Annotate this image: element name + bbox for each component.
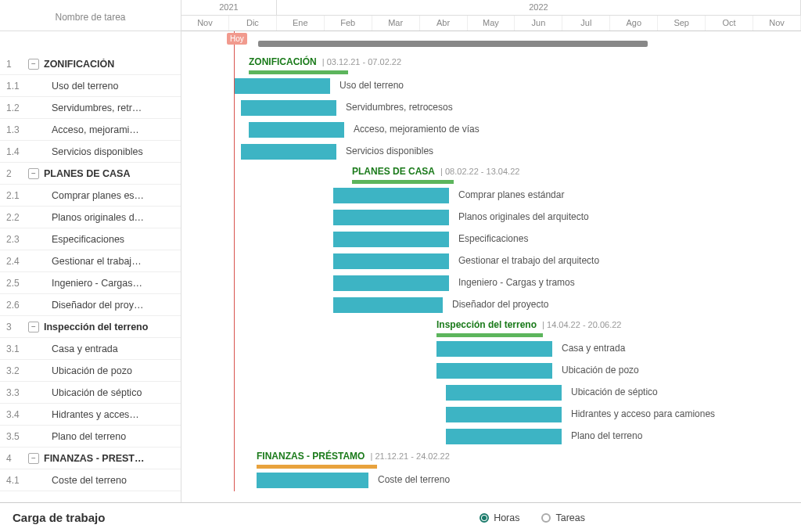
radio-icon	[480, 513, 489, 523]
task-name-label: Ubicación de pozo	[28, 365, 181, 376]
task-bar[interactable]	[235, 78, 330, 94]
summary-bar[interactable]	[352, 180, 454, 184]
task-row[interactable]: 1.3Acceso, mejorami…	[0, 119, 181, 141]
task-number: 2.1	[6, 190, 28, 201]
task-bar[interactable]	[333, 275, 449, 291]
task-bar[interactable]	[446, 385, 562, 401]
task-row[interactable]: 3.3Ubicación de séptico	[0, 382, 181, 404]
overall-progress-bar[interactable]	[258, 41, 648, 47]
task-row[interactable]: 2.6Diseñador del proy…	[0, 294, 181, 316]
month-cell: Feb	[325, 16, 372, 31]
gantt-row: Gestionar el trabajo del arquitecto	[181, 250, 801, 272]
task-row[interactable]: 2.2Planos originales d…	[0, 207, 181, 228]
collapse-icon[interactable]: −	[28, 168, 39, 179]
month-cell: Abr	[420, 16, 468, 31]
task-bar-label: Planos originales del arquitecto	[458, 211, 589, 222]
task-row[interactable]: 2.3Especificaciones	[0, 228, 181, 250]
task-bar-label: Ingeniero - Cargas y tramos	[458, 277, 575, 288]
task-number: 2.6	[6, 300, 28, 311]
summary-label: FINANZAS - PRÉSTAMO | 21.12.21 - 24.02.2…	[257, 451, 450, 462]
gantt-panel[interactable]: 20212022 NovDicEneFebMarAbrMayJunJulAgoS…	[181, 0, 801, 502]
task-number: 2.2	[6, 212, 28, 223]
month-cell: Ago	[610, 16, 658, 31]
task-bar[interactable]	[333, 210, 449, 225]
collapse-icon[interactable]: −	[28, 453, 39, 464]
task-bar-label: Diseñador del proyecto	[452, 299, 548, 310]
gantt-row: Plano del terreno	[181, 426, 801, 448]
task-bar[interactable]	[446, 407, 562, 422]
gantt-row: Comprar planes estándar	[181, 185, 801, 207]
task-bar[interactable]	[249, 122, 344, 138]
task-row[interactable]: 4.1Coste del terreno	[0, 469, 181, 491]
gantt-row: PLANES DE CASA | 08.02.22 - 13.04.22	[181, 163, 801, 185]
column-header-task-name: Nombre de tarea	[0, 9, 181, 23]
month-cell: Dic	[229, 16, 277, 31]
summary-dates: | 21.12.21 - 24.02.22	[368, 451, 449, 461]
task-bar-label: Especificaciones	[458, 233, 528, 244]
task-bar[interactable]	[333, 188, 449, 203]
task-row[interactable]: 2−PLANES DE CASA	[0, 163, 181, 185]
task-bar-label: Casa y entrada	[562, 343, 625, 354]
task-number: 3.3	[6, 387, 28, 398]
gantt-row: Diseñador del proyecto	[181, 294, 801, 316]
task-name-label: Servidumbres, retr…	[28, 102, 181, 113]
radio-option[interactable]: Horas	[480, 512, 519, 523]
collapse-icon[interactable]: −	[28, 59, 39, 70]
summary-dates: | 14.04.22 - 20.06.22	[540, 320, 621, 329]
task-number: 2.4	[6, 256, 28, 267]
task-row[interactable]: 2.5Ingeniero - Cargas…	[0, 272, 181, 294]
summary-title: Inspección del terreno	[436, 319, 537, 330]
task-number: 3.5	[6, 431, 28, 442]
task-number: 2	[6, 168, 28, 179]
task-row[interactable]: 2.1Comprar planes es…	[0, 185, 181, 207]
summary-bar[interactable]	[257, 465, 377, 469]
task-bar-label: Comprar planes estándar	[458, 189, 564, 200]
task-bar[interactable]	[241, 100, 336, 116]
task-number: 3.2	[6, 365, 28, 376]
task-number: 3.4	[6, 409, 28, 420]
gantt-row: FINANZAS - PRÉSTAMO | 21.12.21 - 24.02.2…	[181, 448, 801, 469]
task-bar[interactable]	[436, 363, 552, 379]
task-bar[interactable]	[333, 232, 449, 247]
summary-dates: | 08.02.22 - 13.04.22	[438, 167, 519, 176]
today-line	[234, 31, 235, 491]
month-cell: Ene	[277, 16, 325, 31]
task-row[interactable]: 3−Inspección del terreno	[0, 316, 181, 338]
task-bar[interactable]	[436, 341, 552, 357]
task-bar[interactable]	[333, 253, 449, 269]
task-bar[interactable]	[257, 473, 368, 488]
radio-label: Horas	[494, 512, 519, 523]
task-row[interactable]: 1.2Servidumbres, retr…	[0, 97, 181, 119]
task-number: 1	[6, 59, 28, 70]
task-bar[interactable]	[241, 144, 336, 160]
task-row[interactable]: 3.5Plano del terreno	[0, 426, 181, 448]
radio-label: Tareas	[555, 512, 585, 523]
task-number: 1.3	[6, 124, 28, 135]
year-cell: 2021	[181, 0, 277, 15]
task-number: 3	[6, 322, 28, 332]
task-row[interactable]: 1−ZONIFICACIÓN	[0, 53, 181, 75]
task-name-label: Diseñador del proy…	[28, 300, 181, 311]
summary-bar[interactable]	[249, 70, 348, 74]
task-row[interactable]: 2.4Gestionar el trabaj…	[0, 250, 181, 272]
task-bar[interactable]	[333, 297, 443, 313]
gantt-row: Coste del terreno	[181, 469, 801, 491]
task-row[interactable]: 3.1Casa y entrada	[0, 338, 181, 360]
radio-option[interactable]: Tareas	[541, 512, 585, 523]
collapse-icon[interactable]: −	[28, 322, 39, 332]
task-bar-label: Plano del terreno	[571, 430, 642, 441]
task-bar[interactable]	[446, 429, 562, 444]
task-row[interactable]: 1.1Uso del terreno	[0, 75, 181, 97]
task-row[interactable]: 3.2Ubicación de pozo	[0, 360, 181, 382]
summary-bar[interactable]	[436, 333, 543, 337]
footer-title: Carga de trabajo	[13, 511, 105, 524]
summary-label: ZONIFICACIÓN | 03.12.21 - 07.02.22	[249, 56, 401, 67]
task-name-label: Hidrantes y acces…	[28, 409, 181, 420]
task-row[interactable]: 3.4Hidrantes y acces…	[0, 404, 181, 426]
footer: Carga de trabajo HorasTareas	[0, 502, 801, 532]
summary-label: PLANES DE CASA | 08.02.22 - 13.04.22	[352, 166, 519, 177]
gantt-row: Ubicación de pozo	[181, 360, 801, 382]
task-row[interactable]: 4−FINANZAS - PREST…	[0, 448, 181, 469]
task-row[interactable]: 1.4Servicios disponibles	[0, 141, 181, 163]
task-number: 4	[6, 453, 28, 464]
